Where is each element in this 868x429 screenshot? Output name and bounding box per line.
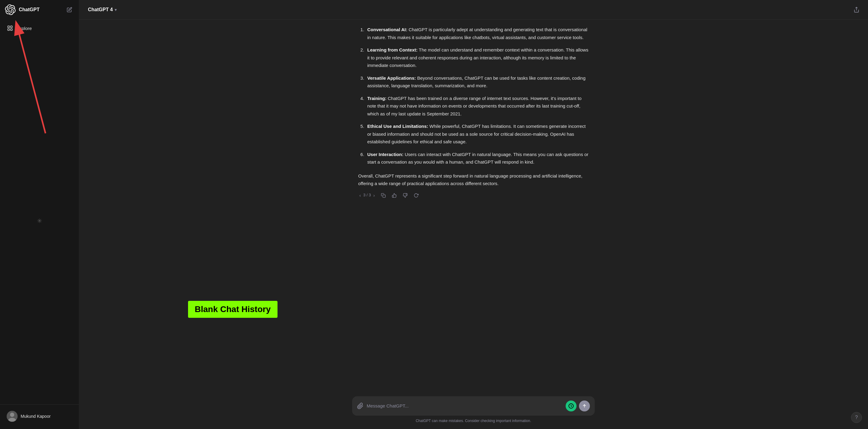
svg-point-7 [10, 412, 14, 417]
brand-name: ChatGPT [19, 7, 39, 12]
chatgpt-logo-icon [5, 4, 16, 15]
point-5-title: Ethical Use and Limitations: [367, 124, 428, 129]
message-actions: ‹ 3 / 3 › [358, 192, 589, 199]
model-selector[interactable]: ChatGPT 4 ▾ [85, 5, 120, 14]
point-4-title: Training: [367, 96, 386, 101]
sidebar-item-explore[interactable]: Explore [3, 22, 76, 35]
prev-page-button[interactable]: ‹ [358, 192, 362, 198]
copy-icon [381, 193, 386, 198]
point-2-title: Learning from Context: [367, 47, 417, 53]
pagination: ‹ 3 / 3 › [358, 192, 376, 198]
message-content: Conversational AI: ChatGPT is particular… [358, 26, 589, 199]
plugin-badge[interactable] [566, 400, 577, 411]
attach-button[interactable] [357, 403, 364, 409]
regenerate-button[interactable] [412, 192, 420, 199]
message-input[interactable] [367, 403, 563, 409]
point-1-title: Conversational AI: [367, 27, 407, 32]
header-actions [851, 4, 862, 15]
send-button[interactable] [579, 400, 590, 411]
input-wrapper [352, 396, 595, 416]
svg-rect-10 [383, 195, 385, 198]
point-3-title: Versatile Applications: [367, 75, 416, 80]
thumbs-up-icon [392, 193, 397, 198]
share-icon [854, 7, 860, 13]
point-4-body: ChatGPT has been trained on a diverse ra… [367, 96, 581, 116]
user-profile[interactable]: Mukund Kapoor [4, 408, 75, 424]
send-icon [582, 403, 587, 408]
summary-text: Overall, ChatGPT represents a significan… [358, 172, 589, 188]
sidebar-header: ChatGPT [0, 0, 79, 20]
disclaimer: ChatGPT can make mistakes. Consider chec… [352, 419, 595, 423]
list-item: Learning from Context: The model can und… [366, 46, 589, 69]
sidebar-middle: ✳ [0, 37, 79, 404]
sidebar-footer: Mukund Kapoor [0, 404, 79, 429]
help-button[interactable]: ? [851, 412, 862, 423]
list-item: Versatile Applications: Beyond conversat… [366, 74, 589, 90]
paperclip-icon [357, 403, 364, 409]
new-chat-button[interactable] [65, 5, 74, 14]
list-item: Ethical Use and Limitations: While power… [366, 122, 589, 146]
avatar-image [7, 411, 18, 422]
edit-icon [67, 7, 72, 12]
thumbs-down-icon [403, 193, 408, 198]
list-item: User Interaction: Users can interact wit… [366, 151, 589, 166]
grid-icon [7, 25, 13, 32]
brand: ChatGPT [5, 4, 39, 15]
chevron-down-icon: ▾ [115, 7, 117, 12]
plugin-icon [568, 403, 574, 409]
copy-button[interactable] [380, 192, 387, 199]
point-6-title: User Interaction: [367, 152, 403, 157]
pagination-display: 3 / 3 [363, 192, 371, 198]
sidebar-item-explore-label: Explore [17, 26, 32, 31]
main-panel: ChatGPT 4 ▾ Conversational AI: ChatGPT i… [79, 0, 868, 429]
loading-spinner: ✳ [37, 217, 42, 225]
svg-rect-3 [11, 29, 12, 31]
thumbs-down-button[interactable] [402, 192, 409, 199]
share-button[interactable] [851, 4, 862, 15]
svg-rect-1 [11, 26, 12, 28]
avatar [7, 411, 18, 422]
key-points-list: Conversational AI: ChatGPT is particular… [358, 26, 589, 166]
sidebar: ChatGPT Explore ✳ [0, 0, 79, 429]
svg-rect-2 [8, 29, 10, 31]
next-page-button[interactable]: › [372, 192, 376, 198]
sidebar-nav: Explore [0, 20, 79, 37]
refresh-icon [414, 193, 418, 198]
input-right-actions [566, 400, 590, 411]
user-name: Mukund Kapoor [21, 414, 51, 419]
chat-area[interactable]: Conversational AI: ChatGPT is particular… [79, 20, 868, 391]
thumbs-up-button[interactable] [391, 192, 398, 199]
message-container: Conversational AI: ChatGPT is particular… [352, 26, 595, 199]
svg-rect-0 [8, 26, 10, 28]
list-item: Training: ChatGPT has been trained on a … [366, 95, 589, 118]
main-header: ChatGPT 4 ▾ [79, 0, 868, 20]
input-area: ChatGPT can make mistakes. Consider chec… [79, 391, 868, 429]
model-name: ChatGPT 4 [88, 7, 113, 12]
list-item: Conversational AI: ChatGPT is particular… [366, 26, 589, 41]
